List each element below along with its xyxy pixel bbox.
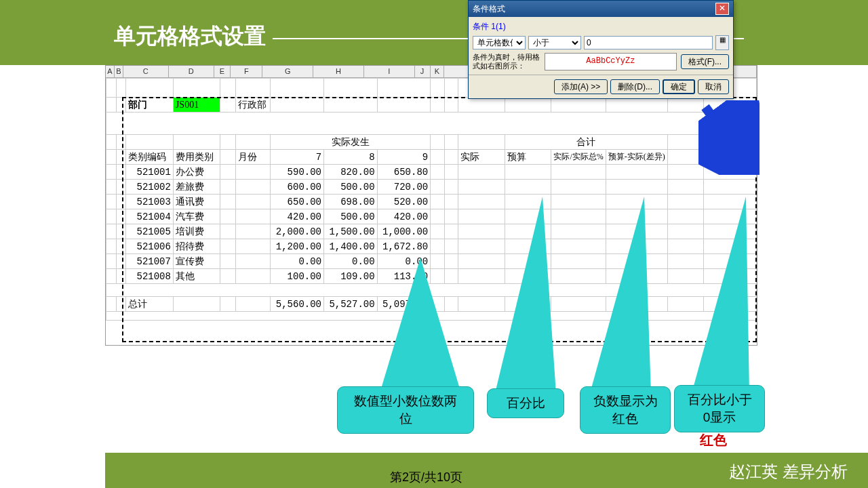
callout-pct-neg: 百分比小于0显示 (674, 385, 765, 432)
callout-decimals: 数值型小数位数两位 (337, 386, 474, 434)
hdr-9: 9 (377, 150, 431, 165)
value-input[interactable] (584, 36, 713, 49)
add-button[interactable]: 添加(A) >> (554, 79, 608, 94)
hdr-month: 月份 (235, 150, 271, 165)
operator-select[interactable]: 小于 (528, 36, 581, 49)
total-label: 总计 (126, 297, 173, 312)
callout-pointer-2 (481, 197, 570, 400)
hdr-cat: 费用类别 (173, 150, 220, 165)
col-I: I (364, 66, 415, 78)
hdr-pct: 实际/实际总% (551, 150, 606, 165)
red-label: 红色 (700, 431, 727, 449)
total-7: 5,560.00 (271, 297, 324, 312)
page-number: 第2页/共10页 (390, 469, 462, 485)
col-H: H (313, 66, 364, 78)
col-C: C (123, 66, 169, 78)
dialog-title: 条件格式 (473, 3, 505, 15)
col-G: G (262, 66, 313, 78)
callout-percent: 百分比 (487, 388, 564, 418)
callout-pointer-1 (353, 258, 488, 400)
close-icon[interactable]: ✕ (715, 3, 729, 15)
hint-text: 条件为真时，待用格式如右图所示： (473, 53, 540, 70)
col-E: E (214, 66, 231, 78)
callout-pointer-4 (671, 197, 760, 400)
dept-code: JS001 (173, 98, 220, 113)
svg-marker-1 (380, 258, 461, 393)
table-row: 521001办公费590.00820.00650.80 (106, 165, 757, 180)
footer-author: 赵江英 差异分析 (729, 461, 848, 483)
svg-marker-4 (692, 197, 749, 393)
slide-title: 单元格格式设置 (114, 22, 266, 52)
hdr-8: 8 (324, 150, 378, 165)
big-number-1: 1 (271, 346, 284, 372)
col-J: J (415, 66, 431, 78)
callout-negative-red: 负数显示为红色 (580, 386, 671, 434)
hdr-budget: 预算 (505, 150, 551, 165)
table-row: 521002差旅费600.00500.00720.00 (106, 180, 757, 195)
arrow-icon (698, 100, 760, 175)
col-D: D (169, 66, 214, 78)
ok-button[interactable]: 确定 (663, 79, 695, 94)
svg-line-0 (705, 107, 743, 159)
section-actual: 实际发生 (271, 135, 431, 150)
format-button[interactable]: 格式(F)... (681, 54, 729, 69)
hdr-code: 类别编码 (126, 150, 173, 165)
range-picker-icon[interactable]: ▦ (715, 35, 729, 50)
hdr-diff: 预算-实际(差异) (606, 150, 667, 165)
svg-marker-2 (495, 197, 556, 393)
delete-button[interactable]: 删除(D)... (610, 79, 660, 94)
slide: 单元格格式设置 A B C D E F G H I J K L M N O P … (0, 0, 868, 488)
col-K: K (431, 66, 445, 78)
hdr-7: 7 (271, 150, 324, 165)
dialog-titlebar: 条件格式 ✕ (469, 1, 733, 17)
conditional-format-dialog: 条件格式 ✕ 条件 1(1) 单元格数值 小于 ▦ 条件为真时，待用格式如右图所… (468, 0, 734, 99)
dept-name: 行政部 (235, 98, 271, 113)
callout-pointer-3 (576, 197, 665, 400)
condition-type-select[interactable]: 单元格数值 (473, 36, 526, 49)
col-A: A (106, 66, 115, 78)
condition-label: 条件 1(1) (473, 21, 729, 33)
col-B: B (115, 66, 123, 78)
col-F: F (231, 66, 262, 78)
section-total: 合计 (505, 135, 667, 150)
hdr-actual: 实际 (458, 150, 505, 165)
cancel-button[interactable]: 取消 (698, 79, 729, 94)
svg-marker-3 (590, 197, 651, 393)
dept-label: 部门 (126, 98, 173, 113)
format-preview: AaBbCcYyZz (545, 53, 677, 70)
